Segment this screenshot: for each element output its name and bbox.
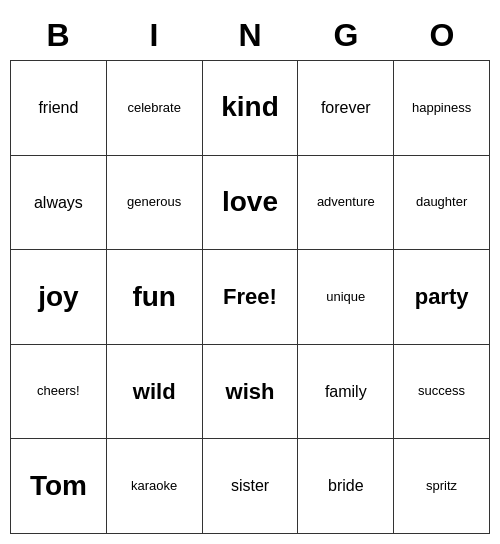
bingo-cell-r0-c1: celebrate — [107, 61, 203, 156]
bingo-cell-r1-c2: love — [203, 156, 299, 251]
bingo-cell-text-r3-c1: wild — [133, 380, 176, 404]
bingo-cell-r3-c3: family — [298, 345, 394, 440]
bingo-cell-r4-c4: spritz — [394, 439, 490, 534]
bingo-cell-text-r0-c2: kind — [221, 92, 279, 123]
bingo-cell-text-r4-c4: spritz — [426, 479, 457, 493]
bingo-cell-text-r2-c2: Free! — [223, 285, 277, 309]
bingo-cell-text-r1-c4: daughter — [416, 195, 467, 209]
bingo-header: BINGO — [10, 10, 490, 60]
bingo-cell-r3-c1: wild — [107, 345, 203, 440]
bingo-cell-text-r1-c0: always — [34, 194, 83, 212]
bingo-cell-r4-c1: karaoke — [107, 439, 203, 534]
bingo-cell-r2-c2: Free! — [203, 250, 299, 345]
bingo-cell-r0-c2: kind — [203, 61, 299, 156]
bingo-cell-r0-c3: forever — [298, 61, 394, 156]
bingo-cell-text-r1-c2: love — [222, 187, 278, 218]
bingo-cell-text-r3-c2: wish — [226, 380, 275, 404]
bingo-cell-r2-c1: fun — [107, 250, 203, 345]
bingo-cell-r2-c4: party — [394, 250, 490, 345]
bingo-cell-r3-c2: wish — [203, 345, 299, 440]
bingo-cell-text-r0-c3: forever — [321, 99, 371, 117]
bingo-cell-r2-c0: joy — [11, 250, 107, 345]
bingo-cell-r1-c3: adventure — [298, 156, 394, 251]
bingo-cell-text-r2-c3: unique — [326, 290, 365, 304]
bingo-cell-r3-c4: success — [394, 345, 490, 440]
header-letter-o: O — [394, 10, 490, 60]
bingo-cell-r1-c4: daughter — [394, 156, 490, 251]
bingo-cell-r4-c3: bride — [298, 439, 394, 534]
bingo-cell-r4-c0: Tom — [11, 439, 107, 534]
bingo-cell-text-r3-c4: success — [418, 384, 465, 398]
header-letter-b: B — [10, 10, 106, 60]
bingo-cell-text-r4-c2: sister — [231, 477, 269, 495]
bingo-cell-text-r2-c0: joy — [38, 282, 78, 313]
bingo-cell-r3-c0: cheers! — [11, 345, 107, 440]
bingo-cell-r0-c4: happiness — [394, 61, 490, 156]
header-letter-n: N — [202, 10, 298, 60]
header-letter-g: G — [298, 10, 394, 60]
bingo-cell-r1-c1: generous — [107, 156, 203, 251]
bingo-cell-text-r1-c1: generous — [127, 195, 181, 209]
bingo-cell-r2-c3: unique — [298, 250, 394, 345]
bingo-cell-r1-c0: always — [11, 156, 107, 251]
bingo-cell-r4-c2: sister — [203, 439, 299, 534]
bingo-cell-text-r3-c3: family — [325, 383, 367, 401]
header-letter-i: I — [106, 10, 202, 60]
bingo-cell-text-r2-c4: party — [415, 285, 469, 309]
bingo-card: BINGO friendcelebratekindforeverhappines… — [10, 10, 490, 534]
bingo-cell-text-r3-c0: cheers! — [37, 384, 80, 398]
bingo-cell-text-r1-c3: adventure — [317, 195, 375, 209]
bingo-cell-text-r0-c4: happiness — [412, 101, 471, 115]
bingo-cell-text-r4-c1: karaoke — [131, 479, 177, 493]
bingo-cell-text-r0-c1: celebrate — [127, 101, 180, 115]
bingo-cell-text-r2-c1: fun — [132, 282, 176, 313]
bingo-cell-text-r4-c3: bride — [328, 477, 364, 495]
bingo-cell-r0-c0: friend — [11, 61, 107, 156]
bingo-cell-text-r4-c0: Tom — [30, 471, 87, 502]
bingo-cell-text-r0-c0: friend — [38, 99, 78, 117]
bingo-grid: friendcelebratekindforeverhappinessalway… — [10, 60, 490, 534]
